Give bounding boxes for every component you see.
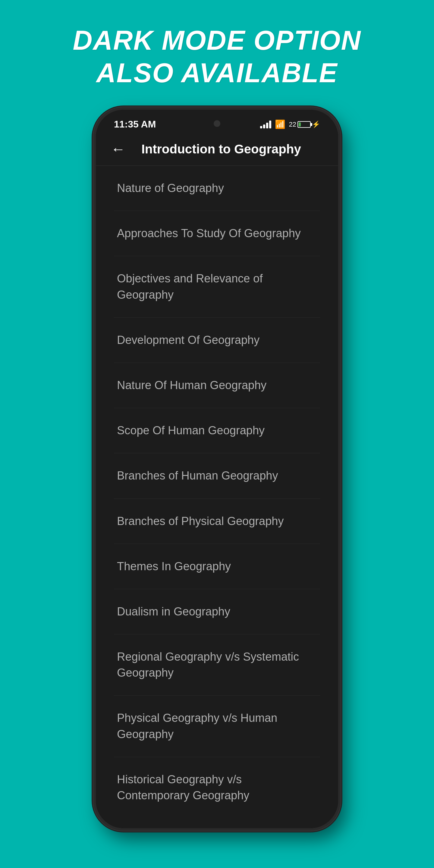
list-item[interactable]: Physical Geography v/s Human Geography (114, 695, 320, 757)
status-bar: 11:35 AM 📶 22 (96, 110, 338, 133)
list-item[interactable]: Scope Of Human Geography (114, 408, 320, 453)
charging-icon: ⚡ (312, 121, 320, 128)
list-item[interactable]: Nature Of Human Geography (114, 363, 320, 408)
phone-frame: 11:35 AM 📶 22 (93, 107, 341, 831)
list-item[interactable]: Approaches To Study Of Geography (114, 211, 320, 256)
list-item[interactable]: Branches of Human Geography (114, 453, 320, 498)
list-item[interactable]: Themes In Geography (114, 544, 320, 589)
phone-screen: 11:35 AM 📶 22 (96, 110, 338, 828)
app-bar: ← Introduction to Geography (96, 133, 338, 166)
header-line1: DARK MODE OPTION (30, 24, 404, 57)
battery-indicator: 22 ⚡ (289, 121, 320, 128)
list-item[interactable]: Dualism in Geography (114, 589, 320, 634)
header-line2: ALSO AVAILABLE (30, 57, 404, 89)
screen-title: Introduction to Geography (134, 142, 308, 156)
back-button[interactable]: ← (111, 142, 125, 156)
list-item[interactable]: Development Of Geography (114, 318, 320, 363)
battery-percent: 22 (289, 121, 296, 128)
menu-list: Nature of GeographyApproaches To Study O… (96, 166, 338, 818)
list-item[interactable]: Objectives and Relevance of Geography (114, 256, 320, 317)
list-item[interactable]: Historical Geography v/s Contemporary Ge… (114, 757, 320, 818)
list-item[interactable]: Branches of Physical Geography (114, 499, 320, 544)
list-item[interactable]: Regional Geography v/s Systematic Geogra… (114, 634, 320, 695)
battery-fill (299, 122, 301, 127)
promo-header: DARK MODE OPTION ALSO AVAILABLE (0, 0, 434, 107)
phone-mockup: 11:35 AM 📶 22 (93, 107, 341, 831)
camera-notch (214, 120, 220, 127)
status-icons: 📶 22 ⚡ (260, 119, 320, 129)
battery-icon (298, 121, 311, 128)
status-time: 11:35 AM (114, 119, 156, 130)
signal-icon (260, 121, 271, 128)
list-item[interactable]: Nature of Geography (114, 166, 320, 211)
wifi-icon: 📶 (275, 119, 285, 129)
